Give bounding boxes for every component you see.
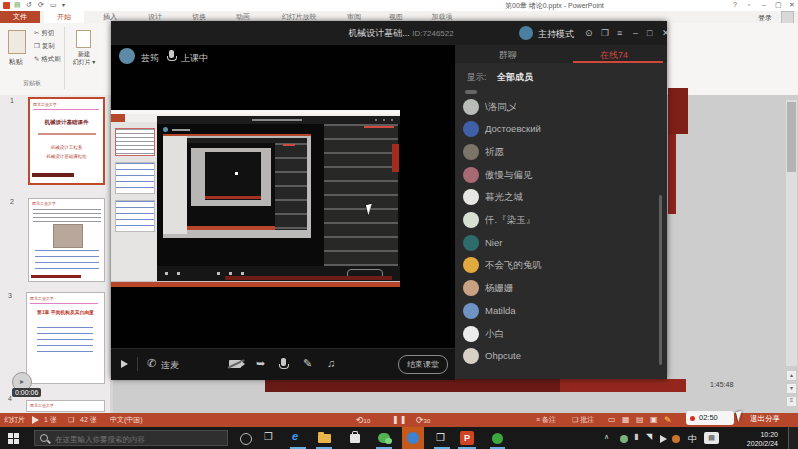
powerpoint-logo-icon bbox=[3, 2, 10, 9]
slide-thumbnail-2[interactable]: 西北工业大学 bbox=[28, 198, 105, 282]
start-button[interactable] bbox=[8, 433, 13, 438]
status-language[interactable]: 中文(中国) bbox=[110, 413, 143, 427]
taskbar-clock[interactable]: 10:20 2020/2/24 bbox=[724, 430, 778, 448]
record-timer-pill[interactable]: 02:50 bbox=[686, 411, 734, 425]
slide-thumbnail-3[interactable]: 西北工业大学 第1章 平面机构及其自由度 bbox=[26, 292, 105, 384]
slide-thumbnail-4[interactable]: 西北工业大学 bbox=[26, 400, 105, 412]
tab-file[interactable]: 文件 bbox=[0, 11, 40, 23]
thumb3-bullet-lines bbox=[37, 327, 93, 357]
scroll-down-icon[interactable]: ▾ bbox=[786, 383, 797, 394]
store-icon[interactable] bbox=[350, 434, 360, 443]
redo-icon[interactable]: ⟳ bbox=[38, 1, 44, 9]
taskbar-search[interactable] bbox=[34, 430, 228, 446]
scrollbar-thumb[interactable] bbox=[787, 102, 796, 172]
task-view-icon[interactable]: ❒ bbox=[264, 431, 273, 442]
media-progress-bar[interactable] bbox=[265, 379, 560, 392]
comments-button[interactable]: ❏ 批注 bbox=[572, 413, 594, 427]
pen-icon[interactable]: ✎ bbox=[664, 413, 672, 427]
member-row[interactable]: Matilda bbox=[455, 302, 661, 322]
app-window-icon[interactable]: ❐ bbox=[436, 432, 445, 443]
show-desktop-button[interactable] bbox=[789, 427, 798, 449]
menu-icon[interactable]: ≡ bbox=[617, 28, 622, 38]
end-class-button[interactable]: 结束课堂 bbox=[398, 355, 448, 374]
tab-group-chat[interactable]: 群聊 bbox=[455, 49, 561, 62]
copy-button[interactable]: ❐ 复制 bbox=[34, 42, 55, 51]
tray-app-icon2[interactable] bbox=[672, 435, 680, 443]
edge-icon[interactable]: e bbox=[292, 430, 298, 442]
member-row[interactable]: Nier bbox=[455, 234, 661, 254]
close-button[interactable]: ✕ bbox=[789, 1, 795, 9]
comments-bubble-icon[interactable]: ❏ bbox=[68, 413, 74, 427]
exit-share-button[interactable]: 退出分享 bbox=[750, 414, 780, 424]
qat-dropdown-icon[interactable]: ▾ bbox=[62, 1, 65, 8]
member-row[interactable]: Ohpcute bbox=[455, 347, 661, 367]
rewind-10-icon[interactable]: ⟲10 bbox=[356, 413, 370, 428]
close-window-icon[interactable]: ✕ bbox=[662, 28, 670, 38]
maximize-window-icon[interactable]: □ bbox=[647, 28, 652, 38]
file-explorer-icon[interactable] bbox=[318, 434, 331, 443]
slide-sorter-icon[interactable]: ▦ bbox=[622, 413, 630, 427]
powerpoint-taskbar-icon[interactable]: P bbox=[460, 431, 474, 445]
member-row[interactable]: 傲慢与偏见 bbox=[455, 166, 661, 186]
member-row[interactable]: 不会飞的兔叽 bbox=[455, 256, 661, 276]
member-row[interactable]: 祈愿 bbox=[455, 143, 661, 163]
format-painter-button[interactable]: ✎ 格式刷 bbox=[34, 55, 61, 64]
whiteboard-icon[interactable]: ✎ bbox=[303, 357, 312, 370]
pause-icon[interactable]: ❚❚ bbox=[392, 413, 407, 427]
paste-button[interactable]: 粘贴 bbox=[4, 57, 28, 67]
battery-icon[interactable]: ▮ bbox=[634, 432, 638, 441]
member-row[interactable]: 暮光之城 bbox=[455, 188, 661, 208]
tray-app-icon[interactable] bbox=[620, 435, 628, 443]
minimize-window-icon[interactable]: – bbox=[633, 28, 638, 38]
ime-indicator[interactable]: 中 bbox=[688, 433, 697, 446]
camera-off-icon[interactable] bbox=[229, 360, 241, 368]
signin-link[interactable]: 登录 bbox=[758, 13, 772, 23]
tab-home[interactable]: 开始 bbox=[44, 11, 84, 23]
media-progress-bar-segment[interactable] bbox=[560, 379, 686, 392]
touch-keyboard-icon[interactable]: ▤ bbox=[704, 432, 719, 444]
slideshow-view-icon[interactable]: ▣ bbox=[650, 413, 658, 427]
ribbon-options-icon[interactable]: ▫ bbox=[748, 1, 750, 8]
new-slide-button[interactable]: 新建 幻灯片 ▾ bbox=[66, 51, 102, 67]
member-row[interactable]: 小白 bbox=[455, 325, 661, 345]
speaker-icon[interactable] bbox=[121, 360, 128, 368]
restore-button[interactable]: ▢ bbox=[775, 1, 782, 9]
slideshow-icon[interactable]: ▭ bbox=[50, 1, 57, 9]
help-button[interactable]: ? bbox=[733, 1, 737, 8]
members-filter-value[interactable]: 全部成员 bbox=[497, 71, 533, 84]
classroom-app-taskbar-button[interactable] bbox=[402, 427, 424, 449]
share-screen-icon[interactable]: ➥ bbox=[256, 357, 265, 370]
wifi-icon[interactable]: ◥ bbox=[646, 432, 652, 441]
member-row[interactable]: 仟.『染玉』 bbox=[455, 211, 661, 231]
voice-connect-label[interactable]: 连麦 bbox=[161, 359, 179, 372]
notes-button[interactable]: ≡ 备注 bbox=[536, 413, 556, 427]
vertical-scrollbar[interactable] bbox=[786, 100, 797, 366]
tray-expand-icon[interactable]: ∧ bbox=[604, 433, 609, 441]
search-input[interactable] bbox=[53, 432, 227, 446]
settings-icon[interactable]: ⊙ bbox=[585, 28, 593, 38]
minimize-button[interactable]: – bbox=[762, 1, 766, 8]
phone-icon[interactable]: ✆ bbox=[147, 357, 156, 370]
members-scrollbar[interactable] bbox=[659, 195, 662, 365]
mini3-speck bbox=[235, 172, 238, 175]
recorder-app-icon[interactable] bbox=[492, 433, 503, 444]
scroll-up-icon[interactable]: ▴ bbox=[786, 370, 797, 381]
member-row[interactable]: 杨姗姗 bbox=[455, 279, 661, 299]
slide-thumbnail-1[interactable]: 西北工业大学 机械设计基础课件 机械设计工程系 机械设计基础课程组 bbox=[28, 97, 105, 185]
undo-icon[interactable]: ↺ bbox=[26, 1, 32, 9]
member-row[interactable]: Достоевский bbox=[455, 120, 661, 140]
microphone-icon[interactable] bbox=[281, 358, 286, 366]
reading-view-icon[interactable]: ▤ bbox=[636, 413, 644, 427]
cortana-icon[interactable] bbox=[240, 433, 252, 445]
cut-button[interactable]: ✂ 剪切 bbox=[34, 29, 54, 38]
next-slide-icon[interactable]: ≡ bbox=[786, 396, 797, 407]
member-row[interactable]: \洛同乄 bbox=[455, 98, 661, 118]
forward-30-icon[interactable]: ⟳30 bbox=[416, 413, 430, 428]
classroom-titlebar[interactable]: 机械设计基础... ID:7246522 主持模式 ⊙ ❐ ≡ – □ ✕ bbox=[111, 21, 667, 45]
normal-view-icon[interactable]: ▭ bbox=[608, 413, 616, 427]
mini-toolbar-dot bbox=[177, 272, 180, 275]
wechat-icon[interactable] bbox=[378, 433, 390, 443]
save-icon[interactable]: ▤ bbox=[14, 1, 21, 9]
music-icon[interactable]: ♫ bbox=[327, 357, 335, 369]
popout-icon[interactable]: ❐ bbox=[601, 28, 609, 38]
